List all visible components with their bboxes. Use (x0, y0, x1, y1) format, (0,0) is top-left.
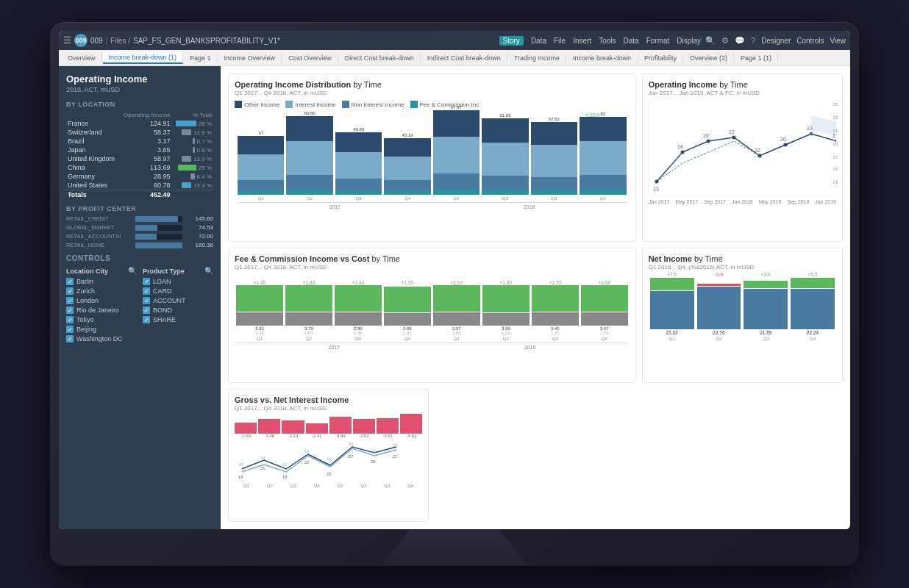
gross-net-red-bars: -2.59 -3.46 -3.13 (235, 416, 422, 438)
table-row: Switzerland 58.37 12.9 % (66, 128, 213, 137)
sidebar-subtitle: 2018, ACT, mUSD (66, 86, 213, 93)
tab-direct-cost[interactable]: Direct Cost break-down (339, 53, 421, 63)
table-row: Germany 28.95 6.4 % (66, 172, 213, 181)
svg-text:19: 19 (304, 449, 310, 453)
tab-trading[interactable]: Trading Income (508, 53, 566, 63)
product-type-title: Product Type (143, 268, 185, 275)
menu-data2[interactable]: Data (624, 37, 639, 45)
fee-commission-chart: Fee & Commission Income vs Cost by Time … (228, 248, 636, 382)
location-city-title: Location City (66, 268, 108, 275)
by-location-label: BY LOCATION (66, 101, 213, 108)
controls-columns: Location City 🔍 ✓ Barlin ✓ Zurich (66, 267, 213, 345)
product-type-col: Product Type 🔍 ✓ LOAN ✓ CARD (143, 267, 213, 345)
chart4-title: Net Income by Time (649, 254, 836, 263)
city-beijing[interactable]: ✓ Beijing (66, 326, 137, 333)
screen: ☰ 009 009 | Files / SAP_FS_GEN_BANKSPROF… (59, 31, 850, 529)
city-washington[interactable]: ✓ Washington DC (66, 335, 137, 343)
svg-text:24: 24 (260, 456, 265, 460)
menu-file[interactable]: File (554, 37, 566, 45)
svg-text:20: 20 (238, 462, 243, 467)
svg-point-7 (809, 132, 813, 136)
product-account[interactable]: ✓ ACCOUNT (143, 297, 213, 304)
chart3-subtitle: Q1 2017... Q4 2018, ACT, in mUSD (235, 264, 630, 270)
menu-insert[interactable]: Insert (573, 37, 591, 45)
profit-centers: RETAIL_CREDIT 145.60 GLOBAL_MARKET 74.53… (66, 215, 213, 248)
svg-point-4 (732, 136, 735, 140)
product-card[interactable]: ✓ CARD (143, 287, 213, 295)
menu-tools[interactable]: Tools (599, 37, 616, 45)
tab-indirect-cost[interactable]: Indirect Cost break-down (421, 53, 507, 63)
svg-text:26: 26 (371, 449, 376, 453)
city-london[interactable]: ✓ London (66, 297, 137, 304)
menu-format[interactable]: Format (646, 37, 670, 45)
table-row: United States 60.78 13.4 % (66, 181, 213, 190)
fee-commission-bars: +1.45 2.81 1.36 Q1 +1.83 (235, 275, 630, 341)
chart5-title: Gross vs. Net Interest Income (235, 395, 422, 404)
product-search-icon[interactable]: 🔍 (204, 267, 213, 275)
filename: SAP_FS_GEN_BANKSPROFITABILITY_V1* (133, 37, 280, 45)
svg-text:27: 27 (349, 454, 354, 459)
tab-overview[interactable]: Overview (62, 53, 102, 63)
tab-income-bd[interactable]: Income break-down (567, 53, 638, 63)
product-loan[interactable]: ✓ LOAN (143, 278, 213, 285)
gross-net-lines: 18 21 18 22 22 27 25 27 20 24 21 (235, 440, 422, 480)
tab-overview2[interactable]: Overview (2) (684, 53, 734, 63)
comment-icon[interactable]: 💬 (735, 36, 745, 46)
svg-point-3 (706, 140, 710, 143)
location-search-icon[interactable]: 🔍 (128, 267, 137, 275)
chart1-legend: Other Income Interest Income Non Interes… (235, 101, 630, 108)
settings-icon[interactable]: ⚙ (721, 36, 729, 46)
svg-text:22: 22 (327, 472, 332, 476)
chart2-title: Operating Income by Time (649, 80, 836, 89)
svg-text:20: 20 (780, 137, 786, 142)
svg-text:19: 19 (327, 456, 332, 461)
chart5-subtitle: Q1 2017... Q4 2018, ACT, in mUSD (235, 405, 422, 412)
svg-text:21: 21 (260, 466, 265, 470)
city-rio[interactable]: ✓ Rio de Janeiro (66, 306, 137, 314)
city-tokyo[interactable]: ✓ Tokyo (66, 316, 137, 323)
chart4-subtitle: Q1 2018... Q4. (%Δ2016) ACT, in mUSD (649, 264, 836, 270)
city-barlin[interactable]: ✓ Barlin (66, 278, 137, 285)
hamburger-icon[interactable]: ☰ (63, 35, 71, 46)
controls-section: CONTROLS Location City 🔍 ✓ Barlin (66, 254, 213, 345)
chart3-title: Fee & Commission Income vs Cost by Time (235, 254, 630, 263)
city-zurich[interactable]: ✓ Zurich (66, 287, 137, 295)
tab-page1[interactable]: Page 1 (184, 53, 218, 63)
view-label[interactable]: View (830, 37, 846, 45)
svg-text:22: 22 (729, 129, 735, 135)
tab-income-overview[interactable]: Income Overview (218, 53, 282, 63)
chart1-title: Operating Income Distribution by Time (235, 80, 630, 89)
tab-page11[interactable]: Page 1 (1) (735, 53, 778, 63)
controls-label: CONTROLS (66, 254, 213, 262)
svg-text:21: 21 (833, 133, 836, 138)
svg-point-2 (680, 151, 684, 154)
svg-text:22: 22 (393, 443, 398, 448)
separator: | (106, 37, 108, 45)
svg-text:25: 25 (371, 459, 376, 464)
user-id: 009 (90, 37, 103, 45)
search-icon[interactable]: 🔍 (705, 36, 716, 46)
product-bond[interactable]: ✓ BOND (143, 306, 213, 314)
svg-point-6 (783, 143, 787, 147)
menu-display[interactable]: Display (677, 37, 701, 45)
controls-label[interactable]: Controls (796, 37, 824, 45)
svg-text:22: 22 (304, 460, 310, 465)
table-row: United Kingdom 58.97 13.0 % (66, 154, 213, 163)
menu-data[interactable]: Data (531, 37, 546, 45)
location-table: Operating Income % Total France 124.91 2… (66, 111, 213, 199)
tab-income-breakdown[interactable]: Income break-down (1) (103, 52, 184, 64)
sidebar: Operating Income 2018, ACT, mUSD BY LOCA… (59, 66, 221, 529)
svg-text:18: 18 (677, 144, 683, 149)
tab-profitability[interactable]: Profitability (638, 53, 683, 63)
product-share[interactable]: ✓ SHARE (143, 316, 213, 323)
menu-right: 🔍 ⚙ 💬 ? Designer Controls View (705, 36, 846, 46)
svg-text:22: 22 (755, 148, 760, 153)
designer-label[interactable]: Designer (761, 37, 791, 45)
menu-items: Story Data File Insert Tools Data Format… (499, 36, 702, 46)
help-icon[interactable]: ? (751, 36, 755, 45)
page-tabs: Overview Income break-down (1) Page 1 In… (59, 50, 850, 66)
sidebar-title: Operating Income (66, 74, 213, 85)
menu-story[interactable]: Story (499, 36, 524, 46)
tab-cost-overview[interactable]: Cost Overview (282, 53, 338, 63)
svg-text:18: 18 (282, 475, 288, 479)
